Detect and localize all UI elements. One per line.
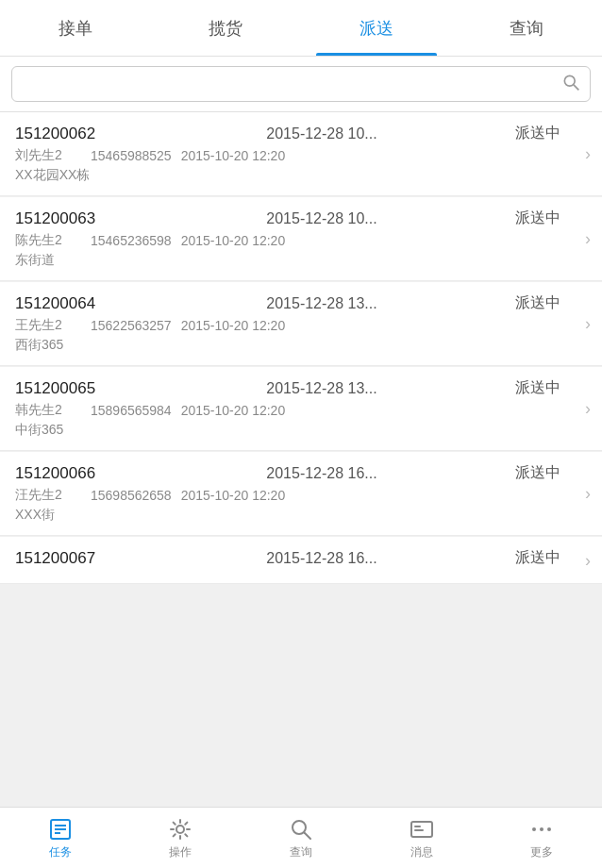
tab-pàisòng[interactable]: 派送 [301, 0, 452, 56]
tab-pàisòng-label: 派送 [360, 17, 393, 40]
chevron-right-icon: › [585, 400, 591, 417]
chevron-right-icon: › [585, 145, 591, 162]
nav-query-label: 查询 [290, 844, 312, 860]
order-status: 派送中 [515, 548, 587, 568]
order-date: 2015-12-28 10... [128, 210, 515, 227]
order-address: 西街365 [15, 337, 587, 354]
order-time: 2015-10-20 12:20 [181, 148, 286, 163]
customer-name: 王先生2 [15, 317, 81, 334]
nav-operation-label: 操作 [169, 844, 192, 860]
customer-name: 陈先生2 [15, 232, 81, 249]
chevron-right-icon: › [585, 552, 591, 569]
bottom-nav: 任务 操作 查询 消息 [0, 807, 602, 868]
nav-more-label: 更多 [530, 844, 553, 860]
order-date: 2015-12-28 16... [128, 465, 515, 482]
search-input-wrapper [11, 66, 591, 102]
svg-point-12 [547, 827, 551, 831]
customer-phone: 15465988525 [91, 148, 172, 163]
search-bar [0, 57, 602, 112]
svg-point-6 [176, 826, 184, 833]
order-list: 1512000622015-12-28 10...派送中刘先生215465988… [0, 112, 602, 807]
order-status: 派送中 [515, 378, 587, 398]
order-date: 2015-12-28 13... [128, 380, 515, 397]
nav-item-message[interactable]: 消息 [361, 808, 482, 868]
list-item[interactable]: 1512000622015-12-28 10...派送中刘先生215465988… [0, 112, 602, 196]
more-icon [528, 816, 555, 843]
tab-cháxún[interactable]: 查询 [452, 0, 603, 56]
list-item[interactable]: 1512000672015-12-28 16...派送中› [0, 537, 602, 584]
order-time: 2015-10-20 12:20 [181, 233, 286, 248]
list-item[interactable]: 1512000652015-12-28 13...派送中韩先生215896565… [0, 367, 602, 451]
customer-phone: 15465236598 [91, 233, 172, 248]
top-tab-bar: 接单 揽货 派送 查询 [0, 0, 602, 57]
order-date: 2015-12-28 13... [128, 295, 515, 312]
tab-cháxún-label: 查询 [510, 17, 543, 40]
operation-icon [167, 816, 193, 843]
order-number: 151200067 [15, 549, 128, 568]
customer-name: 韩先生2 [15, 402, 81, 419]
nav-item-task[interactable]: 任务 [0, 808, 121, 868]
search-input[interactable] [22, 75, 561, 92]
order-time: 2015-10-20 12:20 [181, 488, 286, 503]
order-time: 2015-10-20 12:20 [181, 403, 286, 418]
chevron-right-icon: › [585, 230, 591, 247]
customer-name: 刘先生2 [15, 147, 81, 164]
svg-line-8 [304, 832, 310, 839]
query-icon [288, 816, 314, 843]
chevron-right-icon: › [585, 315, 591, 332]
order-date: 2015-12-28 16... [128, 550, 515, 567]
customer-phone: 15622563257 [91, 318, 172, 333]
search-icon[interactable] [561, 73, 580, 95]
nav-message-label: 消息 [410, 844, 433, 860]
order-number: 151200063 [15, 209, 128, 228]
order-address: 中街365 [15, 422, 587, 439]
tab-jiédan-label: 接单 [59, 17, 92, 40]
customer-phone: 15698562658 [91, 488, 172, 503]
order-number: 151200066 [15, 464, 128, 483]
tab-jiédan[interactable]: 接单 [0, 0, 151, 56]
order-time: 2015-10-20 12:20 [181, 318, 286, 333]
order-status: 派送中 [515, 463, 587, 483]
customer-name: 汪先生2 [15, 487, 81, 504]
svg-point-10 [532, 827, 536, 831]
message-icon [409, 816, 435, 843]
order-status: 派送中 [515, 124, 587, 143]
order-address: XX花园XX栋 [15, 167, 587, 184]
task-icon [47, 816, 74, 843]
order-status: 派送中 [515, 209, 587, 228]
order-number: 151200065 [15, 379, 128, 398]
order-address: XXX街 [15, 507, 587, 524]
chevron-right-icon: › [585, 485, 591, 502]
nav-item-query[interactable]: 查询 [241, 808, 361, 868]
tab-lǎnhuò-label: 揽货 [209, 17, 242, 40]
list-item[interactable]: 1512000642015-12-28 13...派送中王先生215622563… [0, 282, 602, 366]
order-address: 东街道 [15, 252, 587, 269]
list-item[interactable]: 1512000662015-12-28 16...派送中汪先生215698562… [0, 452, 602, 536]
svg-point-0 [564, 75, 575, 86]
order-number: 151200064 [15, 294, 128, 313]
svg-line-1 [574, 85, 578, 90]
nav-item-operation[interactable]: 操作 [121, 808, 242, 868]
svg-point-11 [540, 827, 543, 831]
nav-item-more[interactable]: 更多 [481, 808, 602, 868]
list-item[interactable]: 1512000632015-12-28 10...派送中陈先生215465236… [0, 197, 602, 281]
order-date: 2015-12-28 10... [128, 125, 515, 142]
order-number: 151200062 [15, 125, 128, 143]
tab-lǎnhuò[interactable]: 揽货 [151, 0, 302, 56]
order-status: 派送中 [515, 293, 587, 313]
customer-phone: 15896565984 [91, 403, 172, 418]
nav-task-label: 任务 [49, 844, 72, 860]
